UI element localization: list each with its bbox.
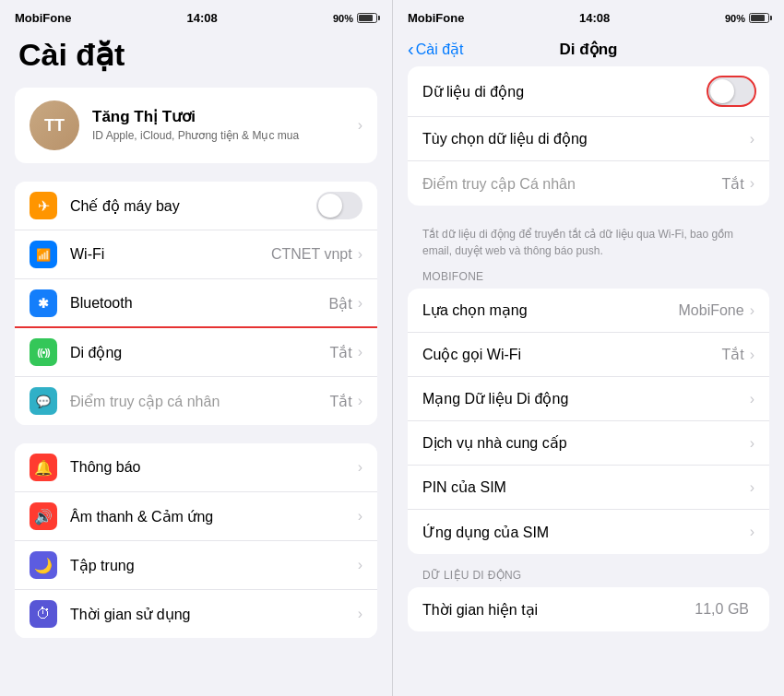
data-options-row[interactable]: Tùy chọn dữ liệu di động › — [408, 117, 769, 161]
bluetooth-value: Bật — [329, 295, 352, 313]
nav-title: Di động — [560, 40, 618, 59]
cellular-icon: ((•)) — [30, 338, 57, 366]
connectivity-group: ✈ Chế độ máy bay 📶 Wi-Fi CTNET vnpt › ✱ … — [15, 182, 377, 425]
bluetooth-row[interactable]: ✱ Bluetooth Bật › — [15, 279, 377, 328]
cellular-value: Tắt — [329, 344, 351, 361]
notifications-label: Thông báo — [70, 459, 358, 476]
mobile-data-toggle[interactable] — [708, 77, 754, 105]
nav-back-button[interactable]: ‹ Cài đặt — [408, 39, 463, 60]
hotspot-detail-row[interactable]: Điểm truy cập Cá nhân Tắt › — [408, 161, 769, 206]
carrier-services-chevron: › — [750, 435, 754, 452]
network-selection-label: Lựa chọn mạng — [422, 301, 679, 319]
wifi-calling-value: Tắt — [721, 346, 743, 363]
notifications-icon: 🔔 — [30, 454, 57, 481]
mobile-data-row[interactable]: Dữ liệu di động — [408, 66, 769, 117]
data-options-chevron: › — [750, 131, 754, 147]
mobile-data-network-label: Mạng Dữ liệu Di động — [422, 390, 750, 407]
cellular-chevron: › — [358, 344, 362, 360]
airplane-icon: ✈ — [30, 192, 57, 219]
wifi-icon: 📶 — [30, 241, 57, 268]
profile-chevron: › — [358, 117, 362, 134]
screen-time-label: Thời gian sử dụng — [70, 606, 358, 623]
left-panel: MobiFone 14:08 90% Cài đặt TT Tăng Thị T… — [0, 0, 392, 696]
hotspot-detail-value: Tắt — [721, 175, 743, 193]
right-content: Dữ liệu di động Tùy chọn dữ liệu di động… — [393, 66, 784, 696]
screen-time-chevron: › — [358, 606, 362, 622]
current-period-row: Thời gian hiện tại 11,0 GB — [408, 587, 769, 631]
data-usage-section: Thời gian hiện tại 11,0 GB — [408, 587, 769, 631]
profile-info: Tăng Thị Tươi ID Apple, iCloud, Phương t… — [92, 107, 345, 144]
wifi-calling-row[interactable]: Cuộc gọi Wi-Fi Tắt › — [408, 333, 769, 377]
carrier-services-label: Dịch vụ nhà cung cấp — [422, 434, 750, 452]
hotspot-value: Tắt — [329, 393, 351, 410]
wifi-row[interactable]: 📶 Wi-Fi CTNET vnpt › — [15, 230, 377, 279]
mobile-data-label: Dữ liệu di động — [422, 83, 708, 100]
time-right: 14:08 — [579, 11, 610, 25]
battery-icon-right — [749, 13, 769, 23]
mobile-data-hint: Tắt dữ liệu di động để truyền tắt cả dữ … — [408, 220, 769, 270]
current-period-label: Thời gian hiện tại — [422, 601, 695, 619]
wifi-label: Wi-Fi — [70, 246, 271, 263]
hotspot-row[interactable]: 💬 Điểm truy cập cá nhân Tắt › — [15, 377, 377, 425]
battery-fill-right — [751, 15, 765, 21]
settings-list: TT Tăng Thị Tươi ID Apple, iCloud, Phươn… — [0, 88, 392, 696]
focus-label: Tập trung — [70, 557, 358, 574]
battery-percent-left: 90% — [333, 13, 353, 24]
profile-name: Tăng Thị Tươi — [92, 107, 345, 126]
bluetooth-icon: ✱ — [30, 289, 57, 317]
notifications-chevron: › — [358, 459, 362, 476]
profile-card[interactable]: TT Tăng Thị Tươi ID Apple, iCloud, Phươn… — [15, 88, 377, 163]
page-title: Cài đặt — [0, 29, 392, 88]
sim-apps-row[interactable]: Ứng dụng của SIM › — [408, 510, 769, 554]
wifi-value: CTNET vnpt — [271, 246, 352, 263]
wifi-chevron: › — [358, 246, 362, 263]
carrier-left: MobiFone — [15, 11, 71, 25]
sim-pin-row[interactable]: PIN của SIM › — [408, 466, 769, 510]
mobile-data-network-row[interactable]: Mạng Dữ liệu Di động › — [408, 377, 769, 421]
screen-time-icon: ⏱ — [30, 600, 57, 628]
hotspot-chevron: › — [358, 393, 362, 409]
mobile-data-section: Dữ liệu di động Tùy chọn dữ liệu di động… — [408, 66, 769, 206]
status-icons-left: 90% — [333, 13, 377, 24]
current-period-value: 11,0 GB — [695, 601, 749, 618]
carrier-services-row[interactable]: Dịch vụ nhà cung cấp › — [408, 421, 769, 466]
right-panel: MobiFone 14:08 90% ‹ Cài đặt Di động Dữ … — [392, 0, 784, 696]
hotspot-icon: 💬 — [30, 387, 57, 415]
network-selection-row[interactable]: Lựa chọn mạng MobiFone › — [408, 289, 769, 333]
hotspot-label: Điểm truy cập cá nhân — [70, 393, 329, 410]
status-bar-right: MobiFone 14:08 90% — [393, 0, 784, 29]
focus-chevron: › — [358, 557, 362, 573]
avatar: TT — [30, 100, 79, 150]
sounds-label: Âm thanh & Cảm ứng — [70, 508, 358, 525]
wifi-calling-label: Cuộc gọi Wi-Fi — [422, 346, 721, 363]
sim-apps-label: Ứng dụng của SIM — [422, 524, 750, 541]
notifications-row[interactable]: 🔔 Thông báo › — [15, 443, 377, 492]
sounds-chevron: › — [358, 508, 362, 525]
status-icons-right: 90% — [725, 13, 769, 24]
nav-bar: ‹ Cài đặt Di động — [393, 29, 784, 66]
bluetooth-label: Bluetooth — [70, 295, 329, 312]
airplane-mode-row[interactable]: ✈ Chế độ máy bay — [15, 182, 377, 230]
network-selection-value: MobiFone — [679, 302, 744, 319]
sim-pin-label: PIN của SIM — [422, 478, 750, 496]
cellular-label: Di động — [70, 344, 329, 361]
sim-pin-chevron: › — [750, 479, 754, 496]
nav-back-arrow-icon: ‹ — [408, 39, 414, 60]
data-usage-header: DỮ LIỆU DI ĐỘNG — [408, 569, 769, 587]
cellular-row[interactable]: ((•)) Di động Tắt › — [15, 328, 377, 377]
battery-fill-left — [359, 15, 373, 21]
wifi-calling-chevron: › — [750, 347, 754, 363]
battery-icon-left — [357, 13, 377, 23]
sim-apps-chevron: › — [750, 524, 754, 540]
screen-time-row[interactable]: ⏱ Thời gian sử dụng › — [15, 590, 377, 638]
data-options-label: Tùy chọn dữ liệu di động — [422, 130, 750, 147]
mobifone-section: Lựa chọn mạng MobiFone › Cuộc gọi Wi-Fi … — [408, 289, 769, 554]
battery-percent-right: 90% — [725, 13, 745, 24]
airplane-toggle[interactable] — [316, 192, 362, 219]
network-selection-chevron: › — [750, 302, 754, 319]
profile-subtitle: ID Apple, iCloud, Phương tiện & Mục mua — [92, 128, 345, 144]
focus-row[interactable]: 🌙 Tập trung › — [15, 541, 377, 590]
mobifone-header: MOBIFONE — [408, 270, 769, 289]
sounds-row[interactable]: 🔊 Âm thanh & Cảm ứng › — [15, 492, 377, 541]
bluetooth-chevron: › — [358, 295, 362, 312]
